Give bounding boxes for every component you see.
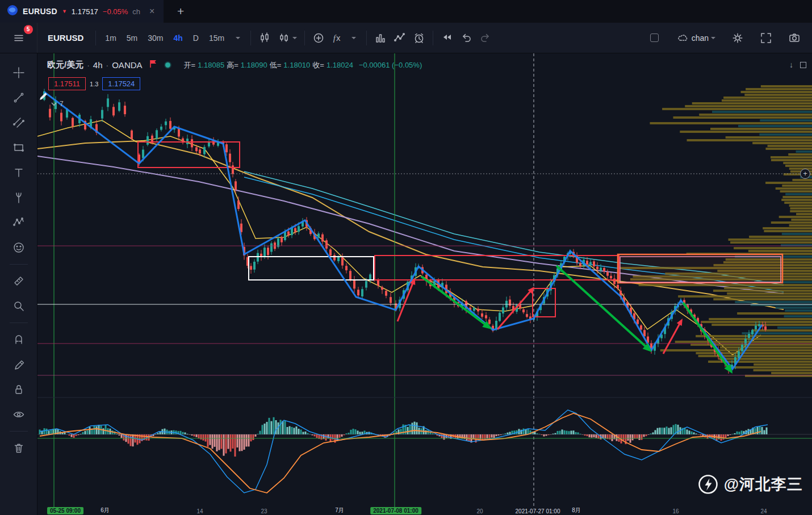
trash-icon (12, 442, 25, 454)
watermark: @河北李三 (698, 474, 803, 495)
time-axis-drawing-label[interactable]: 05-25 09:00 (47, 507, 83, 514)
candlestick-icon (258, 32, 271, 44)
tool-shapes[interactable] (6, 135, 32, 160)
tool-text[interactable] (6, 160, 32, 185)
xabcd-pattern-icon (12, 216, 25, 229)
redo-arrow-icon (479, 32, 492, 44)
redo-button[interactable] (476, 28, 495, 48)
ohlc-open-label: 开= (184, 60, 196, 70)
pane-buttons: ↓ (789, 60, 806, 69)
globe-icon (7, 5, 18, 18)
timeframe-1m[interactable]: 1m (100, 28, 121, 48)
tool-trend-line[interactable] (6, 85, 32, 110)
time-axis-label: 2021-07-27 01:00 (516, 508, 560, 514)
layout-square-icon (650, 34, 659, 42)
ohlc-close-label: 收= (312, 60, 324, 70)
ohlc-close-value: 1.18024 (327, 61, 353, 69)
legend-separator: · (106, 61, 109, 70)
ohlc-values: 开=1.18085 高=1.18090 低=1.18010 收=1.18024 … (184, 60, 422, 70)
market-status-dot[interactable] (165, 62, 170, 68)
pencil-cursor-icon (39, 91, 49, 103)
timeframe-5m[interactable]: 5m (122, 28, 143, 48)
chevron-down-icon (236, 37, 240, 39)
undo-button[interactable] (457, 28, 476, 48)
toolbar-separator (250, 31, 251, 45)
chan-dropdown[interactable]: chan (672, 28, 719, 48)
lock-icon (12, 383, 25, 396)
indicator-templates-button[interactable] (371, 28, 390, 48)
toolbar-separator (95, 31, 96, 45)
fx-icon: ffxx (333, 33, 341, 43)
watermark-logo-icon (698, 474, 718, 495)
tool-hide-all[interactable] (6, 402, 32, 427)
indicators-button[interactable]: ffxx (328, 28, 345, 48)
tool-remove-all[interactable] (6, 436, 32, 460)
chevron-down-icon (711, 37, 715, 39)
ruler-icon (12, 275, 25, 287)
bid-price-tag[interactable]: 1.17511 (48, 77, 86, 90)
toolbar-separator (433, 31, 433, 45)
timeframe-1d[interactable]: D (188, 28, 204, 48)
toolbar-separator (304, 31, 305, 45)
main-chart-canvas[interactable] (37, 53, 812, 515)
compare-add-button[interactable] (309, 28, 328, 48)
pane-collapse-button[interactable]: ↓ (789, 60, 793, 69)
indicators-dropdown[interactable] (345, 28, 362, 48)
tool-draw-mode[interactable] (6, 352, 32, 377)
trading-app: EURUSD ▼ 1.17517 −0.05% ch × + 5 EURUSD … (0, 0, 812, 515)
tab-change: −0.05% (103, 7, 128, 16)
tool-pattern[interactable] (6, 210, 32, 235)
tool-magnet[interactable] (6, 327, 32, 352)
camera-icon (788, 32, 801, 44)
legend-source: OANDA (112, 60, 142, 70)
timeframe-15m[interactable]: 15m (204, 28, 229, 48)
fullscreen-button[interactable] (756, 28, 776, 48)
main-toolbar: 5 EURUSD 1m 5m 30m 4h D 15m ffxx (0, 23, 812, 53)
smiley-icon (12, 241, 25, 254)
timeframe-dropdown[interactable] (229, 28, 246, 48)
drawings-count-toggle[interactable]: 7 (51, 100, 64, 108)
chart-legend: 欧元/美元 · 4h · OANDA 开=1.18085 高=1.18090 低… (47, 60, 422, 70)
browser-tabbar: EURUSD ▼ 1.17517 −0.05% ch × + (0, 0, 812, 23)
tool-measure[interactable] (6, 269, 32, 294)
wave-line-icon (394, 32, 406, 44)
timeframe-4h[interactable]: 4h (168, 28, 187, 48)
ohlc-high-value: 1.18090 (241, 61, 267, 69)
ohlc-low-label: 低= (270, 60, 282, 70)
tool-pitchfork[interactable] (6, 185, 32, 210)
tool-emoji[interactable] (6, 235, 32, 260)
ohlc-low-value: 1.18010 (283, 61, 310, 69)
alert-button[interactable] (409, 28, 429, 48)
undo-arrow-icon (460, 32, 472, 44)
time-axis-label: 6月 (101, 506, 110, 514)
replay-button[interactable] (437, 28, 457, 48)
chart-type-button[interactable] (255, 28, 274, 48)
legend-symbol-title[interactable]: 欧元/美元 (47, 60, 83, 70)
tab-close-button[interactable]: × (149, 6, 154, 16)
eye-icon (12, 408, 25, 421)
notification-badge: 5 (24, 25, 33, 34)
ask-price-tag[interactable]: 1.17524 (102, 77, 140, 90)
chart-style-dropdown[interactable] (274, 28, 300, 48)
time-axis-drawing-label[interactable]: 2021-07-08 01:00 (370, 507, 421, 514)
new-tab-button[interactable]: + (177, 5, 184, 18)
tool-parallel-channel[interactable] (6, 110, 32, 135)
fullscreen-icon (760, 32, 772, 44)
timeframe-30m[interactable]: 30m (143, 28, 168, 48)
cloud-icon (676, 32, 689, 44)
tool-zoom[interactable] (6, 294, 32, 319)
symbol-search-button[interactable]: EURUSD (37, 33, 91, 43)
settings-button[interactable] (728, 28, 747, 48)
time-axis[interactable]: 05-25 09:006月14237月2021-07-08 01:0020202… (37, 506, 812, 515)
forecast-tools-button[interactable] (390, 28, 409, 48)
tool-lock-all[interactable] (6, 377, 32, 402)
pane-maximize-button[interactable] (800, 62, 806, 68)
price-line-add-button[interactable]: + (800, 169, 810, 179)
menu-button[interactable]: 5 (9, 28, 28, 48)
hamburger-icon (12, 32, 25, 44)
symbol-tab[interactable]: EURUSD ▼ 1.17517 −0.05% ch × (0, 0, 164, 23)
quote-row: 1.17511 1.3 1.17524 (48, 77, 140, 90)
snapshot-button[interactable] (785, 28, 804, 48)
tool-crosshair[interactable] (6, 60, 32, 85)
layout-button[interactable] (646, 28, 663, 48)
